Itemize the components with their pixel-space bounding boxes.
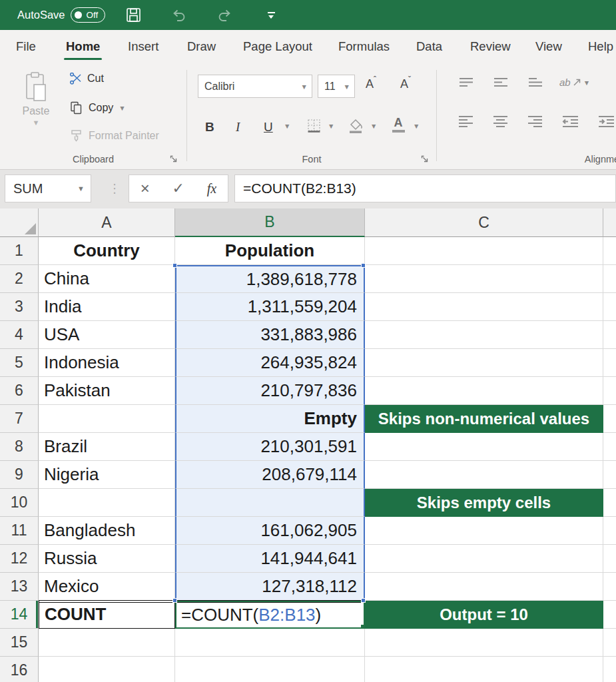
decrease-indent-button[interactable]: [562, 115, 579, 128]
cell-b11[interactable]: 161,062,905: [175, 517, 365, 545]
autosave-pill[interactable]: Off: [71, 7, 106, 23]
tab-formulas[interactable]: Formulas: [338, 30, 390, 63]
redo-button[interactable]: [213, 0, 236, 30]
cell-c11[interactable]: [365, 517, 603, 545]
cell-c7-annotation[interactable]: Skips non-numerical values: [365, 405, 603, 433]
name-box[interactable]: SUM ▼: [5, 174, 91, 202]
row-header-14[interactable]: 14: [0, 601, 39, 629]
cell-b2[interactable]: 1,389,618,778: [175, 265, 365, 293]
cell-a3[interactable]: India: [39, 293, 175, 321]
cell-a14[interactable]: COUNT: [39, 601, 175, 629]
cell-c1[interactable]: [365, 237, 603, 265]
underline-button[interactable]: U: [264, 115, 273, 139]
font-dialog-launcher-icon[interactable]: [421, 155, 429, 163]
increase-font-size-button[interactable]: Aˆ: [366, 75, 376, 98]
cell-b3[interactable]: 1,311,559,204: [175, 293, 365, 321]
cell-c14-annotation[interactable]: Output = 10: [365, 601, 603, 629]
cell-c10-annotation[interactable]: Skips empty cells: [365, 489, 603, 517]
tab-help[interactable]: Help: [588, 30, 613, 63]
formula-input[interactable]: =COUNT(B2:B13): [234, 174, 616, 202]
row-header-15[interactable]: 15: [0, 629, 39, 657]
top-align-button[interactable]: [458, 77, 474, 88]
align-left-button[interactable]: [458, 115, 473, 128]
cell-a7[interactable]: [39, 405, 175, 433]
bold-button[interactable]: B: [205, 115, 214, 139]
row-header-11[interactable]: 11: [0, 517, 39, 545]
row-header-8[interactable]: 8: [0, 433, 39, 461]
tab-home[interactable]: Home: [66, 30, 100, 63]
cell-a2[interactable]: China: [39, 265, 175, 293]
tab-page-layout[interactable]: Page Layout: [243, 30, 312, 63]
tab-insert[interactable]: Insert: [128, 30, 158, 63]
cell-c16[interactable]: [365, 657, 603, 682]
cell-c2[interactable]: [365, 265, 603, 293]
fill-color-button[interactable]: [348, 118, 364, 134]
orientation-button[interactable]: ab ▼: [559, 77, 590, 88]
cell-b5[interactable]: 264,935,824: [175, 349, 365, 377]
paste-button[interactable]: Paste ▼: [11, 71, 61, 150]
cell-c4[interactable]: [365, 321, 603, 349]
row-header-2[interactable]: 2: [0, 265, 39, 293]
cell-b8[interactable]: 210,301,591: [175, 433, 365, 461]
cell-c13[interactable]: [365, 573, 603, 601]
column-header-c[interactable]: C: [365, 208, 603, 237]
cell-c15[interactable]: [365, 629, 603, 657]
row-header-7[interactable]: 7: [0, 405, 39, 433]
cut-button[interactable]: Cut: [69, 73, 104, 85]
row-header-13[interactable]: 13: [0, 573, 39, 601]
decrease-font-size-button[interactable]: Aˇ: [400, 75, 411, 98]
increase-indent-button[interactable]: [598, 115, 615, 128]
cell-a5[interactable]: Indonesia: [39, 349, 175, 377]
row-header-16[interactable]: 16: [0, 657, 39, 682]
select-all-corner[interactable]: [0, 208, 39, 237]
cell-c9[interactable]: [365, 461, 603, 489]
tab-data[interactable]: Data: [416, 30, 442, 63]
cell-b7[interactable]: Empty: [175, 405, 365, 433]
cell-a8[interactable]: Brazil: [39, 433, 175, 461]
undo-button[interactable]: [168, 0, 190, 30]
borders-button[interactable]: [306, 118, 322, 133]
cell-b16[interactable]: [175, 657, 365, 682]
cell-a4[interactable]: USA: [39, 321, 175, 349]
cell-a13[interactable]: Mexico: [39, 573, 175, 601]
cell-b12[interactable]: 141,944,641: [175, 545, 365, 573]
cell-a11[interactable]: Bangladesh: [39, 517, 175, 545]
enter-icon[interactable]: ✓: [172, 180, 184, 197]
column-header-b[interactable]: B: [175, 208, 365, 237]
cell-b14-formula[interactable]: =COUNT(B2:B13): [175, 601, 365, 629]
column-header-a[interactable]: A: [39, 208, 175, 237]
row-header-1[interactable]: 1: [0, 237, 39, 265]
italic-button[interactable]: I: [236, 115, 240, 139]
row-header-3[interactable]: 3: [0, 293, 39, 321]
row-header-4[interactable]: 4: [0, 321, 39, 349]
tab-review[interactable]: Review: [470, 30, 511, 63]
bottom-align-button[interactable]: [527, 77, 543, 88]
font-size-combobox[interactable]: 11 ▼: [318, 75, 355, 98]
save-button[interactable]: [122, 0, 145, 30]
tab-file[interactable]: File: [16, 30, 36, 63]
cell-a16[interactable]: [39, 657, 175, 682]
cell-a1[interactable]: Country: [39, 237, 175, 265]
tab-draw[interactable]: Draw: [187, 30, 216, 63]
cell-c5[interactable]: [365, 349, 603, 377]
cell-a15[interactable]: [39, 629, 175, 657]
cell-a6[interactable]: Pakistan: [39, 377, 175, 405]
cell-c6[interactable]: [365, 377, 603, 405]
row-header-9[interactable]: 9: [0, 461, 39, 489]
row-header-12[interactable]: 12: [0, 545, 39, 573]
font-color-button[interactable]: A: [390, 117, 406, 133]
copy-button[interactable]: Copy ▼: [69, 101, 126, 115]
format-painter-button[interactable]: Format Painter: [69, 129, 159, 143]
cell-b13[interactable]: 127,318,112: [175, 573, 365, 601]
customize-quick-access-toolbar-button[interactable]: [260, 0, 282, 30]
center-button[interactable]: [493, 115, 508, 128]
row-header-5[interactable]: 5: [0, 349, 39, 377]
middle-align-button[interactable]: [493, 77, 509, 88]
cell-b6[interactable]: 210,797,836: [175, 377, 365, 405]
cell-b9[interactable]: 208,679,114: [175, 461, 365, 489]
chevron-down-icon[interactable]: ▼: [370, 122, 377, 130]
row-header-10[interactable]: 10: [0, 489, 39, 517]
align-right-button[interactable]: [527, 115, 543, 128]
chevron-down-icon[interactable]: ▼: [284, 122, 290, 130]
cell-b10[interactable]: [175, 489, 365, 517]
